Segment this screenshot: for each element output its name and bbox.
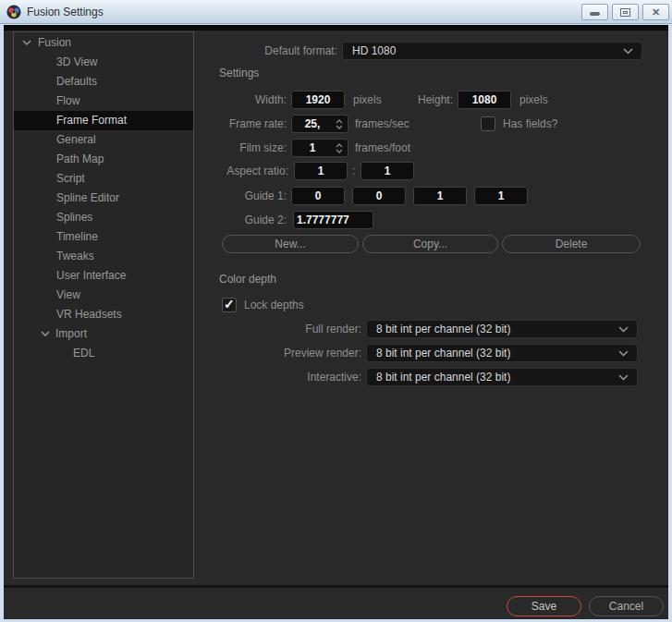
aspect-ratio-y-input[interactable]: [360, 162, 414, 180]
sidebar-item-script[interactable]: Script: [14, 169, 193, 189]
copy-button[interactable]: Copy...: [362, 235, 498, 253]
resolve-logo-icon: [6, 5, 21, 19]
guide1-input-2[interactable]: [352, 187, 406, 205]
default-format-dropdown[interactable]: HD 1080: [342, 42, 642, 60]
chevron-down-icon: [623, 48, 641, 55]
window-title: Fusion Settings: [27, 6, 104, 18]
frame-rate-label: Frame rate:: [176, 115, 287, 133]
sidebar-item-fusion[interactable]: Fusion: [14, 33, 193, 53]
title-bar[interactable]: Fusion Settings ✕: [0, 0, 672, 24]
sidebar-item-vr-headsets[interactable]: VR Headsets: [14, 305, 193, 324]
interactive-value: 8 bit int per channel (32 bit): [367, 371, 618, 384]
sidebar-item-3d-view[interactable]: 3D View: [14, 53, 193, 72]
maximize-button[interactable]: [612, 4, 639, 20]
sidebar-item-defaults[interactable]: Defaults: [14, 72, 193, 91]
full-render-value: 8 bit int per channel (32 bit): [367, 323, 618, 335]
guide2-input[interactable]: [293, 211, 373, 229]
default-format-label: Default format:: [185, 42, 337, 60]
delete-button[interactable]: Delete: [502, 235, 641, 253]
window-controls: ✕: [581, 4, 669, 20]
height-unit: pixels: [519, 91, 548, 109]
close-button[interactable]: ✕: [642, 4, 669, 20]
sidebar-item-flow[interactable]: Flow: [14, 91, 193, 111]
new-button[interactable]: New...: [222, 235, 359, 253]
guide1-label: Guide 1:: [176, 187, 287, 205]
full-render-label: Full render:: [214, 320, 361, 338]
has-fields-label: Has fields?: [503, 115, 557, 133]
sidebar-item-path-map[interactable]: Path Map: [14, 150, 193, 169]
chevron-down-icon: [618, 374, 637, 381]
chevron-down-icon: [41, 331, 50, 336]
save-button[interactable]: Save: [507, 596, 581, 616]
top-divider: [4, 25, 668, 30]
sidebar-item-import[interactable]: Import: [14, 324, 193, 344]
preview-render-label: Preview render:: [214, 344, 361, 362]
spinner-arrows-icon[interactable]: [333, 119, 348, 129]
has-fields-checkbox[interactable]: [481, 116, 495, 131]
interactive-label: Interactive:: [214, 368, 361, 386]
close-icon: ✕: [652, 7, 660, 18]
sidebar-item-tweaks[interactable]: Tweaks: [14, 247, 193, 266]
height-label: Height:: [392, 91, 453, 109]
cancel-button[interactable]: Cancel: [589, 596, 664, 616]
aspect-ratio-separator: :: [352, 162, 355, 180]
width-label: Width:: [176, 91, 287, 109]
sidebar-item-splines[interactable]: Splines: [14, 208, 193, 227]
spinner-arrows-icon[interactable]: [333, 143, 348, 153]
sidebar-item-edl[interactable]: EDL: [14, 344, 193, 363]
color-depth-header: Color depth: [219, 270, 276, 288]
preview-render-value: 8 bit int per channel (32 bit): [367, 347, 618, 360]
film-size-value: 1: [292, 141, 333, 154]
footer-divider: [4, 585, 668, 588]
width-unit: pixels: [353, 91, 382, 109]
full-render-dropdown[interactable]: 8 bit int per channel (32 bit): [366, 320, 638, 338]
frame-rate-spinner[interactable]: 25,: [291, 115, 348, 133]
preview-render-dropdown[interactable]: 8 bit int per channel (32 bit): [366, 344, 638, 362]
film-size-spinner[interactable]: 1: [291, 139, 348, 157]
height-input[interactable]: [458, 91, 511, 109]
maximize-icon: [620, 8, 630, 17]
film-size-unit: frames/foot: [355, 139, 410, 157]
minimize-button[interactable]: [581, 4, 608, 20]
chevron-down-icon: [22, 40, 31, 45]
guide1-input-3[interactable]: [413, 187, 467, 205]
sidebar-item-frame-format[interactable]: Frame Format: [14, 111, 193, 130]
width-input[interactable]: [291, 91, 345, 109]
lock-depths-checkbox[interactable]: ✓: [222, 298, 237, 312]
chevron-down-icon: [618, 326, 637, 333]
sidebar-item-timeline[interactable]: Timeline: [14, 227, 193, 247]
minimize-icon: [590, 12, 600, 16]
settings-header: Settings: [219, 64, 259, 82]
sidebar-item-user-interface[interactable]: User Interface: [14, 266, 193, 286]
sidebar-item-view[interactable]: View: [14, 286, 193, 305]
sidebar-item-spline-editor[interactable]: Spline Editor: [14, 189, 193, 208]
check-icon: ✓: [224, 297, 235, 311]
fusion-settings-window: Fusion Settings ✕ Fusion 3D View D: [0, 0, 672, 622]
aspect-ratio-label: Aspect ratio:: [176, 162, 288, 180]
settings-panel: Fusion 3D View Defaults Flow Frame Forma…: [4, 25, 668, 619]
default-format-value: HD 1080: [343, 44, 623, 57]
film-size-label: Film size:: [176, 139, 287, 157]
guide1-input-4[interactable]: [474, 187, 528, 205]
frame-rate-unit: frames/sec: [355, 115, 409, 133]
guide1-input-1[interactable]: [291, 187, 345, 205]
lock-depths-label: Lock depths: [244, 296, 304, 314]
aspect-ratio-x-input[interactable]: [294, 162, 348, 180]
settings-tree: Fusion 3D View Defaults Flow Frame Forma…: [13, 31, 194, 579]
frame-rate-value: 25,: [292, 117, 333, 130]
interactive-dropdown[interactable]: 8 bit int per channel (32 bit): [366, 368, 638, 386]
sidebar-item-general[interactable]: General: [14, 130, 193, 150]
chevron-down-icon: [618, 350, 637, 357]
guide2-label: Guide 2:: [176, 211, 287, 229]
